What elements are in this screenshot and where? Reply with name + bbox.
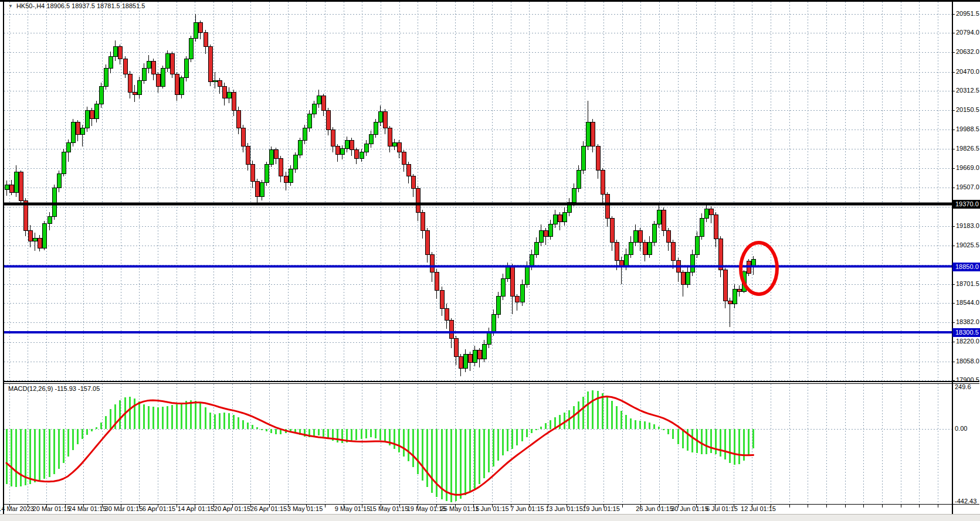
- date-label: 26 Jun 01:15: [636, 505, 673, 512]
- price-axis-label: 19183.0: [956, 222, 979, 229]
- price-axis-label: 17900.5: [956, 376, 979, 383]
- date-label: 6 Jul 01:15: [706, 505, 738, 512]
- price-axis-label: 20794.0: [956, 29, 979, 36]
- date-label: 1 Jun 01:15: [475, 505, 509, 512]
- price-line-badge: 18300.5: [952, 328, 980, 337]
- date-label: 30 Mar 01:15: [105, 505, 143, 512]
- price-axis-label: 18220.0: [956, 338, 979, 345]
- price-axis-label: 20951.5: [956, 10, 979, 17]
- date-label: 30 Jun 01:15: [671, 505, 708, 512]
- price-axis-label: 18701.5: [956, 280, 979, 287]
- price-axis-label: 18544.0: [956, 299, 979, 306]
- date-label: 20 Mar 01:15: [33, 505, 71, 512]
- chart-header: ▼HK50-,H4 18906.5 18937.5 18781.5 18851.…: [8, 2, 145, 9]
- date-label: 14 Mar 2023: [0, 505, 34, 512]
- date-label: 9 May 01:15: [335, 505, 371, 512]
- price-axis-label: 20470.0: [956, 68, 979, 75]
- macd-axis-label: -442.43: [955, 498, 976, 505]
- price-axis-label: 18058.0: [956, 357, 979, 365]
- candlestick-macd-chart-canvas[interactable]: [0, 0, 980, 521]
- price-axis-label: 20150.5: [956, 106, 979, 113]
- price-line-badge: 18850.0: [952, 263, 980, 271]
- price-line-badge: 19370.0: [952, 200, 980, 209]
- price-axis-label: 18382.0: [956, 318, 979, 325]
- price-axis-label: 20632.0: [956, 48, 979, 55]
- price-axis-label: 20312.5: [956, 87, 979, 94]
- date-label: 24 Mar 01:15: [69, 505, 107, 512]
- macd-indicator-label: MACD(12,26,9) -115.93 -157.05: [8, 385, 100, 392]
- date-label: 6 Apr 01:15: [143, 505, 175, 512]
- symbol-dropdown-icon[interactable]: ▼: [8, 4, 13, 9]
- macd-axis-label: 249.6: [955, 383, 971, 390]
- macd-axis-label: 0.00: [955, 425, 967, 432]
- date-label: 13 Jun 01:15: [545, 505, 583, 512]
- date-label: 12 Jul 01:15: [741, 505, 776, 512]
- date-label: 15 May 01:15: [369, 505, 409, 512]
- price-axis-label: 19507.0: [956, 183, 979, 190]
- date-label: 26 Apr 01:15: [250, 505, 287, 512]
- trading-chart-window: ▼HK50-,H4 18906.5 18937.5 18781.5 18851.…: [0, 0, 980, 521]
- date-label: 7 Jun 01:15: [510, 505, 544, 512]
- price-axis-label: 19988.5: [956, 125, 979, 132]
- chart-header-ohlc-label: HK50-,H4 18906.5 18937.5 18781.5 18851.5: [16, 2, 145, 9]
- price-axis-label: 19826.5: [956, 145, 979, 152]
- price-axis-label: 19025.5: [956, 241, 979, 248]
- status-strip: [0, 514, 980, 521]
- price-axis-label: 19669.0: [956, 164, 979, 171]
- date-label: 3 May 01:15: [287, 505, 323, 512]
- date-label: 20 Apr 01:15: [214, 505, 250, 512]
- date-label: 19 Jun 01:15: [582, 505, 620, 512]
- date-label: 25 May 01:15: [440, 505, 480, 512]
- date-label: 14 Apr 01:15: [178, 505, 214, 512]
